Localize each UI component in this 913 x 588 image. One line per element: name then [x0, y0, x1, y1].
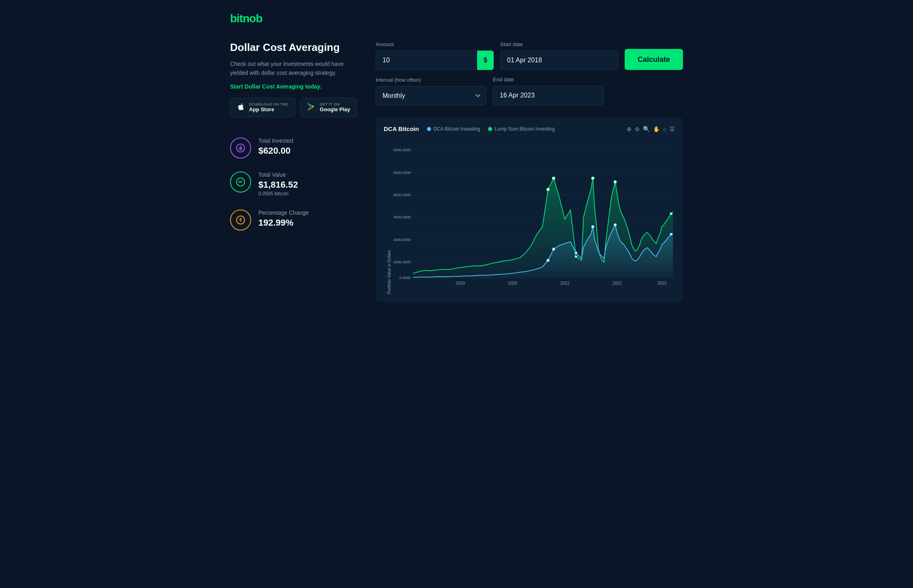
svg-point-30 — [575, 252, 577, 254]
svg-point-20 — [552, 177, 555, 180]
svg-point-29 — [614, 224, 616, 226]
logo-text: bitnob — [230, 12, 262, 25]
app-store-button[interactable]: Download on the App Store — [230, 98, 295, 117]
svg-text:5000.0000: 5000.0000 — [393, 171, 411, 175]
controls-section: Amount $ Start date Calculate — [376, 41, 683, 105]
chart-body: Portfolio Value in Dollars — [384, 139, 675, 294]
legend-lump-dot — [488, 127, 492, 131]
svg-point-24 — [670, 213, 672, 215]
total-value-sub: 0.0595 bitcoin — [258, 191, 298, 197]
end-date-input[interactable] — [493, 86, 604, 105]
magnify-icon[interactable]: 🔍 — [643, 126, 650, 132]
end-date-label: End date — [493, 76, 604, 82]
interval-select[interactable]: Daily Monthly Weekly Yearly — [376, 86, 486, 105]
svg-point-26 — [547, 259, 549, 261]
legend-dca: DCA Bitcoin Investing — [427, 126, 480, 132]
chart-title: DCA Bitcoin — [384, 125, 419, 132]
cta-link[interactable]: Start Dollar Cost Averaging today. — [230, 83, 359, 90]
start-date-input[interactable] — [500, 51, 618, 70]
zoom-out-icon[interactable]: ⊖ — [635, 126, 640, 132]
end-date-group: End date — [493, 76, 604, 105]
amount-suffix: $ — [477, 51, 494, 70]
legend-dca-dot — [427, 127, 431, 131]
total-value-label: Total Value — [258, 171, 298, 178]
logo: bitnob — [230, 12, 683, 25]
legend-dca-label: DCA Bitcoin Investing — [433, 126, 480, 132]
percentage-change-icon — [230, 209, 251, 231]
svg-text:0.0000: 0.0000 — [399, 276, 411, 280]
svg-text:2022: 2022 — [613, 281, 622, 286]
svg-text:2023: 2023 — [657, 281, 666, 286]
amount-group: Amount $ — [376, 41, 494, 70]
page-description: Check out what your investments would ha… — [230, 59, 359, 78]
amount-input-wrapper: $ — [376, 51, 494, 70]
right-panel: Amount $ Start date Calculate — [376, 41, 683, 302]
svg-point-31 — [670, 233, 672, 235]
svg-text:4000.0000: 4000.0000 — [393, 193, 411, 197]
svg-text:2019: 2019 — [456, 281, 465, 286]
form-top-row: Amount $ Start date Calculate — [376, 41, 683, 70]
total-invested-content: Total Invested $620.00 — [258, 137, 293, 156]
total-value-content: Total Value $1,816.52 0.0595 bitcoin — [258, 171, 298, 197]
zoom-in-icon[interactable]: ⊕ — [627, 126, 632, 132]
chart-svg-container: 6000.0000 5000.0000 4000.0000 3000.0000 … — [391, 139, 675, 294]
metrics: Total Invested $620.00 Total Value $1,81… — [230, 137, 359, 231]
amount-input[interactable] — [376, 51, 494, 70]
interval-label: Interval (how often) — [376, 77, 486, 83]
chart-header: DCA Bitcoin DCA Bitcoin Investing Lump S… — [384, 125, 675, 132]
svg-point-27 — [552, 248, 555, 250]
chart-toolbar: ⊕ ⊖ 🔍 ✋ ⌂ ☰ — [627, 126, 675, 132]
pan-icon[interactable]: ✋ — [653, 126, 660, 132]
chart-container: DCA Bitcoin DCA Bitcoin Investing Lump S… — [376, 117, 683, 302]
svg-text:1000.0000: 1000.0000 — [393, 260, 411, 264]
svg-point-19 — [547, 188, 549, 191]
store-buttons: Download on the App Store GE — [230, 98, 359, 117]
amount-label: Amount — [376, 41, 494, 47]
svg-point-28 — [592, 225, 594, 228]
apple-icon — [237, 103, 245, 112]
google-play-icon — [307, 102, 316, 113]
legend-lump: Lump Sum Bitcoin Investing — [488, 126, 555, 132]
metric-total-invested: Total Invested $620.00 — [230, 137, 359, 159]
chart-legend: DCA Bitcoin Investing Lump Sum Bitcoin I… — [427, 126, 555, 132]
svg-text:2021: 2021 — [560, 281, 570, 286]
y-axis-label: Portfolio Value in Dollars — [384, 139, 391, 294]
total-invested-label: Total Invested — [258, 137, 293, 144]
interval-group: Interval (how often) Daily Monthly Weekl… — [376, 77, 486, 105]
svg-text:3000.0000: 3000.0000 — [393, 215, 411, 219]
google-play-text: GET IT ON Google Play — [320, 102, 350, 112]
percentage-change-label: Percentage Change — [258, 209, 309, 216]
form-bottom-row: Interval (how often) Daily Monthly Weekl… — [376, 76, 683, 105]
svg-text:2000.0000: 2000.0000 — [393, 238, 411, 242]
chart-svg: 6000.0000 5000.0000 4000.0000 3000.0000 … — [391, 139, 675, 292]
svg-point-23 — [614, 180, 617, 183]
legend-lump-label: Lump Sum Bitcoin Investing — [495, 126, 555, 132]
total-invested-value: $620.00 — [258, 146, 293, 156]
svg-text:2020: 2020 — [508, 281, 518, 286]
start-date-label: Start date — [500, 41, 618, 47]
percentage-change-content: Percentage Change 192.99% — [258, 209, 309, 228]
svg-point-22 — [591, 177, 594, 180]
total-value-value: $1,816.52 — [258, 180, 298, 190]
app-store-text: Download on the App Store — [249, 102, 288, 112]
home-icon[interactable]: ⌂ — [663, 126, 666, 132]
menu-icon[interactable]: ☰ — [670, 126, 675, 132]
google-play-button[interactable]: GET IT ON Google Play — [300, 98, 357, 117]
calculate-button[interactable]: Calculate — [625, 49, 683, 70]
left-panel: Dollar Cost Averaging Check out what you… — [230, 41, 359, 231]
page-title: Dollar Cost Averaging — [230, 41, 359, 54]
metric-total-value: Total Value $1,816.52 0.0595 bitcoin — [230, 171, 359, 197]
svg-text:6000.0000: 6000.0000 — [393, 148, 411, 152]
total-value-icon — [230, 171, 251, 192]
percentage-change-value: 192.99% — [258, 218, 309, 228]
start-date-group: Start date — [500, 41, 618, 70]
metric-percentage-change: Percentage Change 192.99% — [230, 209, 359, 231]
total-invested-icon — [230, 137, 251, 159]
